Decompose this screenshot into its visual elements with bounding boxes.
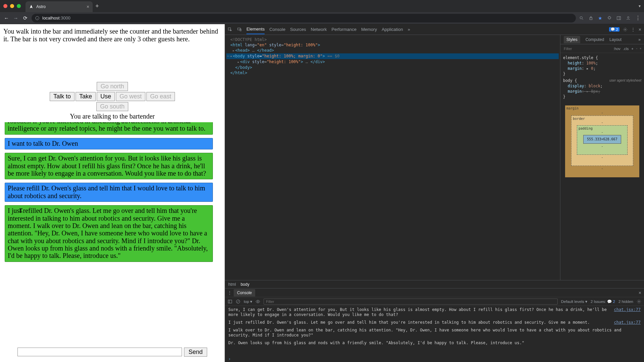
tab-network[interactable]: Network <box>311 27 327 32</box>
clear-console-icon[interactable] <box>236 299 240 304</box>
tab-memory[interactable]: Memory <box>361 27 377 32</box>
chat-input[interactable] <box>17 348 182 356</box>
toggle-classes-icon[interactable] <box>636 46 638 51</box>
inspect-icon[interactable] <box>228 27 232 32</box>
back-button[interactable]: ← <box>3 15 9 21</box>
console-filter-input[interactable] <box>264 299 558 305</box>
svg-line-19 <box>237 301 239 303</box>
svg-point-8 <box>628 16 629 18</box>
console-drawer-header: ⋮ Console × <box>225 288 644 297</box>
new-rule-button[interactable]: + <box>631 47 633 51</box>
tab-console[interactable]: Console <box>269 27 285 32</box>
subtabs-more-button[interactable]: » <box>638 37 641 42</box>
close-window-button[interactable] <box>3 4 7 8</box>
browser-titlebar: Astro × + ▾ <box>0 0 644 12</box>
dom-tree[interactable]: <!DOCTYPE html> <html lang="en" style="h… <box>225 35 560 280</box>
hov-toggle[interactable]: :hov <box>613 47 620 51</box>
close-tab-button[interactable]: × <box>87 4 89 9</box>
console-settings-icon[interactable] <box>637 299 641 304</box>
console-drawer-tab[interactable]: Console <box>234 289 255 297</box>
subtab-styles[interactable]: Styles <box>564 36 580 43</box>
profile-icon[interactable] <box>626 16 631 20</box>
box-model-content: 555.333×628.667 <box>583 135 621 144</box>
astro-favicon-icon <box>29 4 34 9</box>
chat-message-user: I want to talk to Dr. Owen <box>5 138 213 149</box>
devtools-body: <!DOCTYPE html> <html lang="en" style="h… <box>225 35 644 280</box>
use-button[interactable]: Use <box>97 92 115 101</box>
subtab-layout[interactable]: Layout <box>609 37 622 42</box>
cls-toggle[interactable]: .cls <box>623 47 629 51</box>
maximize-window-button[interactable] <box>17 4 21 8</box>
tab-sources[interactable]: Sources <box>290 27 306 32</box>
share-icon[interactable] <box>589 16 593 20</box>
issues-badge[interactable]: 💬 2 <box>609 27 619 32</box>
console-log-entry: Dr. Owen looks up from his glass and nod… <box>228 341 641 346</box>
forward-button[interactable]: → <box>13 15 19 21</box>
subtab-computed[interactable]: Computed <box>586 37 604 42</box>
sidepanel-icon[interactable] <box>616 16 621 20</box>
go-west-button[interactable]: Go west <box>116 92 145 101</box>
svg-rect-13 <box>636 48 637 49</box>
dom-breadcrumb[interactable]: html body <box>225 280 644 288</box>
console-context[interactable]: top ▾ <box>244 299 252 304</box>
talk-to-button[interactable]: Talk to <box>50 92 75 101</box>
close-devtools-button[interactable]: × <box>639 27 641 32</box>
reload-button[interactable]: ⟳ <box>22 15 28 21</box>
tab-application[interactable]: Application <box>382 27 403 32</box>
console-drawer: ⋮ Console × top ▾ Default levels ▾ 2 Iss… <box>225 288 644 362</box>
take-button[interactable]: Take <box>76 92 96 101</box>
console-prompt[interactable]: › <box>225 356 644 362</box>
console-toolbar: top ▾ Default levels ▾ 2 Issues: 💬 2 2 h… <box>225 297 644 306</box>
styles-filter-row: :hov .cls + <box>560 44 644 53</box>
crumb-body[interactable]: body <box>241 282 249 287</box>
extensions-icon[interactable] <box>607 16 612 20</box>
live-expression-icon[interactable] <box>256 299 260 304</box>
box-model[interactable]: margin - border - padding - 555.333×628.… <box>563 103 641 179</box>
device-toggle-icon[interactable] <box>237 27 242 32</box>
svg-rect-16 <box>228 300 232 303</box>
chat-log[interactable]: robotics. If you're interested in discus… <box>0 122 225 344</box>
devtools-tabs: Elements Console Sources Network Perform… <box>225 24 644 35</box>
console-sidebar-icon[interactable] <box>228 299 232 304</box>
close-console-drawer-button[interactable]: × <box>639 290 641 296</box>
go-north-button[interactable]: Go north <box>97 82 128 91</box>
svg-point-12 <box>625 29 626 30</box>
rendered-page: You walk into the bar and immediately se… <box>0 24 225 362</box>
minimize-window-button[interactable] <box>10 4 14 8</box>
log-source-link[interactable]: chat.jsx:77 <box>614 320 641 325</box>
crumb-html[interactable]: html <box>228 282 236 287</box>
address-bar[interactable]: localhost:3000 <box>32 14 576 22</box>
menu-button[interactable]: ⋮ <box>635 15 641 21</box>
go-east-button[interactable]: Go east <box>146 92 175 101</box>
console-levels-dropdown[interactable]: Default levels ▾ <box>561 299 587 304</box>
computed-panel-icon[interactable] <box>640 46 641 51</box>
main-area: You walk into the bar and immediately se… <box>0 24 644 362</box>
tab-elements[interactable]: Elements <box>246 27 265 34</box>
settings-icon[interactable] <box>623 27 628 32</box>
console-issues[interactable]: 2 Issues: 💬 2 <box>591 299 615 304</box>
go-south-button[interactable]: Go south <box>96 102 128 111</box>
console-log[interactable]: Sure, I can get Dr. Owen's attention for… <box>225 306 644 356</box>
tab-performance[interactable]: Performance <box>331 27 356 32</box>
tabs-overflow-button[interactable]: ▾ <box>639 4 641 8</box>
bookmark-star-icon[interactable]: ★ <box>598 15 602 21</box>
svg-point-3 <box>580 16 582 19</box>
browser-tab[interactable]: Astro × <box>26 1 93 12</box>
devtools-panel: Elements Console Sources Network Perform… <box>225 24 644 362</box>
toolbar-icons: ★ ⋮ <box>579 15 641 21</box>
console-log-entry: I walk over to Dr. Owen and lean on the … <box>228 328 641 338</box>
console-hidden[interactable]: 2 hidden <box>618 300 633 304</box>
svg-rect-14 <box>640 48 641 49</box>
zoom-icon[interactable] <box>579 16 584 20</box>
chat-message-npc: robotics. If you're interested in discus… <box>5 122 213 135</box>
devtools-menu-button[interactable]: ⋮ <box>631 27 635 32</box>
chat-input-row: Send <box>0 344 225 362</box>
log-source-link[interactable]: chat.jsx:77 <box>614 307 641 317</box>
send-button[interactable]: Send <box>184 348 207 357</box>
console-drawer-menu-button[interactable]: ⋮ <box>228 290 232 295</box>
styles-rules[interactable]: element.style { height: 100%; margin: ▸ … <box>560 53 644 280</box>
tabs-more-button[interactable]: » <box>408 27 410 32</box>
styles-filter-input[interactable] <box>563 46 611 51</box>
new-tab-button[interactable]: + <box>95 3 99 10</box>
browser-toolbar: ← → ⟳ localhost:3000 ★ ⋮ <box>0 12 644 24</box>
